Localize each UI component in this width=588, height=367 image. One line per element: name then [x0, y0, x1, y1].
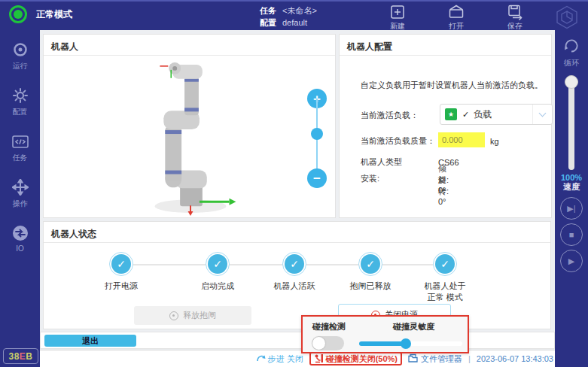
- sidebar-item-operate[interactable]: 操作: [0, 179, 40, 209]
- statusbar: 步进 关闭 碰撞检测关闭(50%): [40, 350, 555, 367]
- stop-icon: ■: [569, 230, 574, 239]
- step-check-icon: ✓: [433, 252, 457, 276]
- mass-label: 当前激活负载质量：: [361, 135, 435, 147]
- step-status-text: 步进 关闭: [268, 353, 303, 365]
- task-label: 任务: [260, 5, 276, 17]
- speed-slider-knob[interactable]: [565, 75, 578, 89]
- sensitivity-slider[interactable]: [359, 341, 462, 346]
- folder-icon: [408, 353, 418, 364]
- sidebar-item-config[interactable]: 配置: [0, 87, 40, 117]
- sidebar-item-label: 配置: [13, 107, 28, 117]
- file-manager-button[interactable]: 文件管理器: [408, 353, 462, 365]
- new-task-button[interactable]: 新建: [380, 4, 415, 32]
- topbar: 正常模式 任务 <未命名> 配置 default 新建: [0, 0, 588, 30]
- collision-detect-toggle[interactable]: [312, 336, 344, 350]
- open-icon: [448, 4, 465, 20]
- release-brake-button[interactable]: 释放抱闸: [134, 306, 251, 325]
- payload-dropdown[interactable]: ★ ✓ 负载: [440, 104, 553, 125]
- step-mode-status[interactable]: 步进 关闭: [256, 353, 303, 365]
- task-config-info: 任务 <未命名> 配置 default: [260, 5, 317, 29]
- main-content: 机器人: [40, 30, 555, 367]
- open-task-button[interactable]: 打开: [439, 4, 474, 32]
- sidebar-item-label: 运行: [13, 61, 28, 71]
- speed-slider-track[interactable]: [568, 81, 574, 170]
- divider: [44, 55, 335, 56]
- loop-button[interactable]: 循环: [555, 36, 588, 68]
- status-step-normal-mode: ✓ 机器人处于 正常 模式: [404, 252, 486, 303]
- stop-button[interactable]: ■: [560, 223, 583, 246]
- robot-3d-view[interactable]: [115, 59, 266, 220]
- robot-status-panel: 机器人状态 ✓ 打开电源 ✓ 启动完成 ✓ 机器人活跃 ✓ 抱闸已释放 ✓ 机器…: [43, 221, 551, 329]
- save-task-button[interactable]: 保存: [498, 4, 532, 32]
- step-label: 抱闸已释放: [350, 281, 391, 292]
- sidebar-item-run[interactable]: 运行: [0, 41, 40, 71]
- io-icon: [12, 225, 29, 243]
- sidebar-item-io[interactable]: IO: [0, 225, 40, 253]
- zoom-slider-knob[interactable]: [311, 128, 323, 140]
- badge-part: 38: [8, 351, 19, 362]
- step-forward-button[interactable]: ▶|: [560, 197, 583, 220]
- robot-config-panel: 机器人配置 自定义负载用于暂时设置机器人当前激活的负载。 当前激活负载： ★ ✓…: [339, 34, 552, 218]
- clock-text: 2023-06-07 13:43:03: [477, 354, 553, 363]
- mount-rotate-value: 旋转: 0°: [438, 174, 449, 206]
- mode-indicator[interactable]: 正常模式: [9, 5, 72, 23]
- robot-type-row: 机器人类型 CS66: [361, 156, 402, 168]
- sensitivity-slider-fill: [359, 341, 406, 346]
- step-label: 启动完成: [201, 281, 234, 292]
- dropdown-caret[interactable]: [532, 105, 552, 124]
- status-step-startup-done: ✓ 启动完成: [176, 252, 259, 292]
- config-value: default: [282, 17, 307, 29]
- play-button[interactable]: ▶: [560, 250, 583, 272]
- collision-status-text: 碰撞检测关闭(50%): [326, 353, 398, 365]
- sidebar-item-label: 任务: [13, 153, 28, 163]
- minus-icon: −: [313, 172, 321, 185]
- status-code-badge: 38 E B: [3, 348, 38, 364]
- play-icon: ▶: [568, 256, 574, 266]
- step-check-icon: ✓: [206, 252, 230, 276]
- statusbar-separator: |: [468, 354, 471, 363]
- brand-logo: [554, 5, 580, 33]
- zoom-out-button[interactable]: −: [307, 168, 327, 188]
- payload-selected-value: 负载: [474, 108, 532, 121]
- mode-label: 正常模式: [36, 8, 72, 21]
- exit-strip: 退出: [40, 332, 555, 349]
- robot-viewport-panel: 机器人: [43, 34, 336, 218]
- payload-description: 自定义负载用于暂时设置机器人当前激活的负载。: [361, 80, 543, 91]
- mass-input[interactable]: [438, 132, 485, 147]
- file-manager-label: 文件管理器: [421, 353, 462, 365]
- step-label: 机器人处于 正常 模式: [425, 281, 466, 303]
- active-payload-row: 当前激活负载： ★ ✓ 负载: [361, 110, 419, 121]
- task-value: <未命名>: [282, 5, 317, 17]
- status-step-power-on: ✓ 打开电源: [80, 252, 163, 292]
- divider: [44, 242, 550, 243]
- exit-button[interactable]: 退出: [44, 335, 136, 347]
- status-panel-title: 机器人状态: [51, 228, 96, 241]
- step-label: 打开电源: [105, 281, 138, 292]
- step-arrow-icon: [256, 353, 266, 364]
- sidebar-item-label: IO: [16, 244, 24, 253]
- collision-settings-popup: 碰撞检测 碰撞灵敏度: [301, 315, 469, 353]
- speed-value: 100%: [555, 173, 588, 182]
- sensitivity-slider-knob[interactable]: [401, 338, 411, 349]
- gear-icon: [12, 87, 29, 105]
- config-panel-title: 机器人配置: [347, 41, 392, 53]
- run-icon: [12, 41, 29, 59]
- sidebar-item-task[interactable]: 任务: [0, 133, 40, 163]
- status-step-robot-active: ✓ 机器人活跃: [253, 252, 336, 292]
- robot-type-label: 机器人类型: [361, 156, 402, 168]
- release-brake-label: 释放抱闸: [183, 310, 216, 321]
- collision-sensitivity-label: 碰撞灵敏度: [393, 321, 434, 332]
- right-sidebar: 循环 100% 速度 ▶| ■ ▶: [555, 30, 588, 367]
- new-icon: [389, 4, 406, 20]
- payload-label: 当前激活负载：: [361, 110, 419, 121]
- collision-status-badge[interactable]: 碰撞检测关闭(50%): [309, 352, 402, 365]
- speed-readout[interactable]: 100% 速度: [555, 173, 588, 191]
- loop-label: 循环: [564, 58, 579, 68]
- mass-unit: kg: [490, 137, 499, 146]
- badge-part: B: [26, 351, 32, 362]
- star-icon: ★: [448, 111, 454, 118]
- mount-row: 安装: 倾斜: 0°: [361, 173, 379, 184]
- loop-icon: [562, 36, 581, 57]
- sidebar-item-label: 操作: [13, 199, 28, 209]
- mount-label: 安装:: [361, 173, 379, 184]
